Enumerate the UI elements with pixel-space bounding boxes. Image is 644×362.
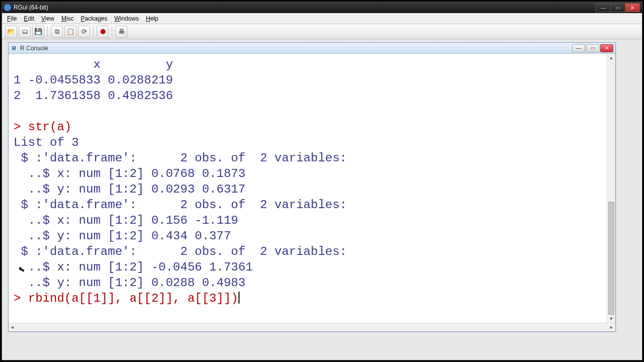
command-line-current[interactable]: > rbind(a[[1]], a[[2]], a[[3]]) (14, 292, 238, 305)
toolbar-separator (93, 26, 94, 37)
scroll-down-arrow-icon[interactable]: ▼ (607, 315, 615, 323)
output-line: ..$ y: num [1:2] 0.0288 0.4983 (14, 276, 246, 290)
scroll-right-arrow-icon[interactable]: ► (609, 325, 614, 330)
save-workspace-button[interactable]: 💾 (32, 26, 44, 38)
menubar: File Edit View Misc Packages Windows Hel… (2, 13, 642, 24)
mdi-area: R R Console — ▭ ✕ x y 1 -0.0455833 0.028… (2, 39, 642, 360)
copy-paste-button[interactable]: ⟳ (78, 26, 90, 38)
toolbar-separator (112, 26, 112, 37)
toolbar: 📂 🗂 💾 ⧉ 📋 ⟳ ⬢ 🖶 (2, 24, 642, 39)
stop-button[interactable]: ⬢ (97, 26, 109, 38)
output-line: $ :'data.frame': 2 obs. of 2 variables: (14, 245, 347, 258)
output-line: List of 3 (14, 136, 79, 149)
output-line: 2 1.7361358 0.4982536 (14, 89, 173, 103)
output-line: $ :'data.frame': 2 obs. of 2 variables: (14, 198, 347, 212)
menu-view[interactable]: View (38, 14, 57, 23)
console-window: R R Console — ▭ ✕ x y 1 -0.0455833 0.028… (8, 42, 616, 332)
output-line: ..$ x: num [1:2] -0.0456 1.7361 (14, 260, 253, 274)
output-line: ..$ x: num [1:2] 0.156 -1.119 (14, 214, 238, 227)
menu-edit[interactable]: Edit (21, 14, 37, 23)
output-line: ..$ y: num [1:2] 0.0293 0.6317 (14, 183, 246, 196)
copy-button[interactable]: ⧉ (51, 26, 63, 38)
menu-file[interactable]: File (4, 14, 20, 23)
output-line: x y (14, 58, 173, 71)
r-icon: R (11, 45, 18, 52)
output-line: ..$ y: num [1:2] 0.434 0.377 (14, 229, 231, 243)
command-line: > str(a) (14, 120, 71, 134)
load-workspace-button[interactable]: 🗂 (19, 26, 31, 38)
window-title: RGui (64-bit) (14, 4, 596, 11)
toolbar-separator (47, 26, 48, 37)
console-close-button[interactable]: ✕ (600, 44, 613, 52)
scroll-up-arrow-icon[interactable]: ▲ (607, 54, 615, 62)
minimize-button[interactable]: — (596, 3, 611, 12)
console-titlebar: R R Console — ▭ ✕ (9, 43, 615, 54)
output-line: ..$ x: num [1:2] 0.0768 0.1873 (14, 167, 246, 180)
scroll-thumb[interactable] (608, 202, 614, 315)
vertical-scrollbar[interactable]: ▲ ▼ (607, 54, 615, 323)
console-minimize-button[interactable]: — (572, 44, 585, 52)
horizontal-scrollbar[interactable]: ◄ ► (9, 323, 615, 331)
window-controls: — ▭ ✕ (596, 3, 640, 12)
app-icon (4, 4, 11, 11)
scroll-left-arrow-icon[interactable]: ◄ (10, 325, 15, 330)
close-button[interactable]: ✕ (625, 3, 640, 12)
console-output[interactable]: x y 1 -0.0455833 0.0288219 2 1.7361358 0… (9, 54, 607, 323)
console-maximize-button[interactable]: ▭ (586, 44, 599, 52)
menu-packages[interactable]: Packages (78, 14, 111, 23)
titlebar: RGui (64-bit) — ▭ ✕ (2, 2, 642, 13)
menu-misc[interactable]: Misc (58, 14, 77, 23)
paste-button[interactable]: 📋 (64, 26, 76, 38)
console-title: R Console (20, 45, 571, 52)
print-button[interactable]: 🖶 (115, 26, 127, 38)
open-script-button[interactable]: 📂 (5, 26, 17, 38)
main-window: RGui (64-bit) — ▭ ✕ File Edit View Misc … (2, 2, 642, 360)
text-cursor (238, 292, 239, 304)
output-line: $ :'data.frame': 2 obs. of 2 variables: (14, 151, 347, 165)
console-body: x y 1 -0.0455833 0.0288219 2 1.7361358 0… (9, 54, 615, 323)
menu-help[interactable]: Help (143, 14, 162, 23)
output-line: 1 -0.0455833 0.0288219 (14, 73, 173, 87)
menu-windows[interactable]: Windows (111, 14, 142, 23)
maximize-button[interactable]: ▭ (610, 3, 625, 12)
